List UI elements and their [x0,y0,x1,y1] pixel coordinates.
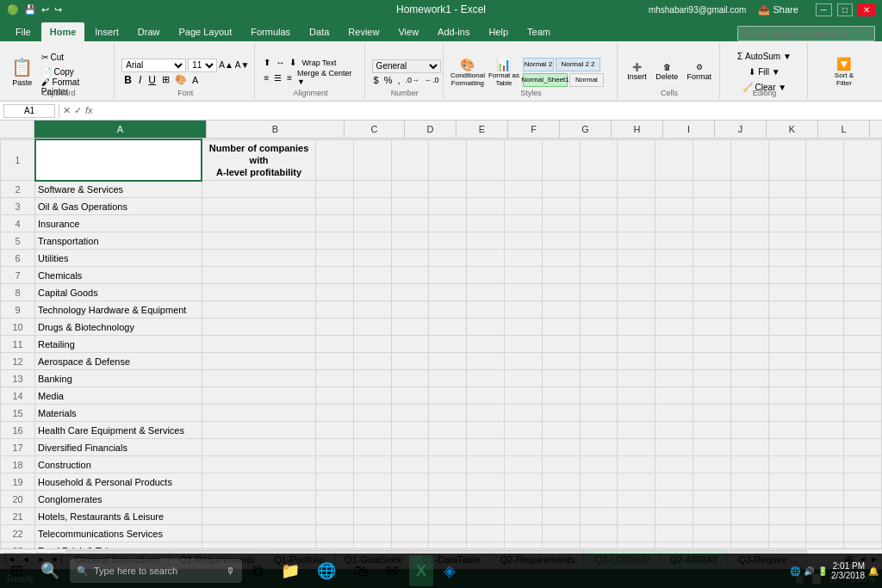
cell-i14[interactable] [542,387,580,405]
cell-a15[interactable]: Materials [35,405,202,422]
cell-p8[interactable] [806,284,844,301]
cell-c23[interactable] [316,542,354,548]
cell-k1[interactable] [618,139,655,181]
cell-o12[interactable] [768,353,806,370]
cell-n7[interactable] [730,267,768,284]
cell-a17[interactable]: Diversified Financials [35,439,202,456]
row-num-11[interactable]: 11 [1,336,35,353]
cell-p11[interactable] [806,336,844,353]
cell-a6[interactable]: Utilities [35,250,202,267]
cell-k4[interactable] [618,215,655,232]
cut-button[interactable]: ✂ Cut [38,51,109,65]
autosum-button[interactable]: Σ AutoSum ▼ [734,50,795,64]
row-num-19[interactable]: 19 [1,473,35,491]
cell-q12[interactable] [844,353,882,370]
cell-j21[interactable] [580,508,618,525]
cell-o13[interactable] [768,370,806,387]
cell-j20[interactable] [580,491,618,508]
cell-a1[interactable] [35,139,202,181]
edge-button[interactable]: 🌐 [310,555,343,586]
cell-b23[interactable] [202,542,315,548]
cell-e23[interactable] [391,542,429,548]
merge-center-button[interactable]: Merge & Center ▼ [295,69,359,86]
cell-h13[interactable] [504,370,542,387]
file-explorer-button[interactable]: 📁 [274,555,307,586]
store-button[interactable]: 🛍 [346,555,376,586]
cell-d12[interactable] [353,353,391,370]
cell-d19[interactable] [353,473,391,491]
font-color-button[interactable]: A [190,75,200,85]
cell-f2[interactable] [429,181,467,198]
cell-b19[interactable] [202,473,315,491]
cell-q19[interactable] [844,473,882,491]
row-num-1[interactable]: 1 [1,139,35,181]
cell-o2[interactable] [768,181,806,198]
cell-n18[interactable] [730,456,768,473]
cell-a3[interactable]: Oil & Gas Operations [35,198,202,215]
cell-j12[interactable] [580,353,618,370]
cell-q3[interactable] [844,198,882,215]
cell-k14[interactable] [618,387,655,405]
row-num-9[interactable]: 9 [1,301,35,319]
cell-e5[interactable] [391,232,429,250]
col-header-c[interactable]: C [345,121,405,138]
cell-q6[interactable] [844,250,882,267]
cell-j14[interactable] [580,387,618,405]
cell-m11[interactable] [693,336,730,353]
cell-q23[interactable] [844,542,882,548]
cell-k3[interactable] [618,198,655,215]
cell-o19[interactable] [768,473,806,491]
cell-d10[interactable] [353,319,391,336]
cell-m20[interactable] [693,491,730,508]
cell-f14[interactable] [429,387,467,405]
cell-b15[interactable] [202,405,315,422]
cell-d11[interactable] [353,336,391,353]
cell-h21[interactable] [504,508,542,525]
formula-input[interactable] [96,106,879,116]
cell-h22[interactable] [504,525,542,542]
cell-e2[interactable] [391,181,429,198]
cell-f3[interactable] [429,198,467,215]
row-num-21[interactable]: 21 [1,508,35,525]
align-top-button[interactable]: ⬆ [262,58,272,67]
cell-o9[interactable] [768,301,806,319]
cell-i21[interactable] [542,508,580,525]
cell-h7[interactable] [504,267,542,284]
row-num-4[interactable]: 4 [1,215,35,232]
cell-b4[interactable] [202,215,315,232]
cell-l9[interactable] [655,301,693,319]
cell-n14[interactable] [730,387,768,405]
cell-b11[interactable] [202,336,315,353]
cell-m5[interactable] [693,232,730,250]
cell-d3[interactable] [353,198,391,215]
cell-a21[interactable]: Hotels, Restaurants & Leisure [35,508,202,525]
fill-color-button[interactable]: 🎨 [173,74,189,85]
cell-f17[interactable] [429,439,467,456]
cell-q5[interactable] [844,232,882,250]
cell-m12[interactable] [693,353,730,370]
cell-a16[interactable]: Health Care Equipment & Services [35,422,202,439]
cell-d1[interactable] [353,139,391,181]
cell-g6[interactable] [467,250,505,267]
cell-b5[interactable] [202,232,315,250]
minimize-button[interactable]: ─ [816,3,832,16]
cell-c7[interactable] [316,267,354,284]
cell-m10[interactable] [693,319,730,336]
row-num-22[interactable]: 22 [1,525,35,542]
cell-a18[interactable]: Construction [35,456,202,473]
cell-l15[interactable] [655,405,693,422]
cell-c9[interactable] [316,301,354,319]
cell-j3[interactable] [580,198,618,215]
cell-f4[interactable] [429,215,467,232]
cell-h4[interactable] [504,215,542,232]
cell-q11[interactable] [844,336,882,353]
cell-p14[interactable] [806,387,844,405]
cell-b9[interactable] [202,301,315,319]
cell-g13[interactable] [467,370,505,387]
cell-j4[interactable] [580,215,618,232]
cell-p10[interactable] [806,319,844,336]
cell-q8[interactable] [844,284,882,301]
quick-access-save[interactable]: 💾 [24,4,36,15]
cell-h12[interactable] [504,353,542,370]
cell-p21[interactable] [806,508,844,525]
